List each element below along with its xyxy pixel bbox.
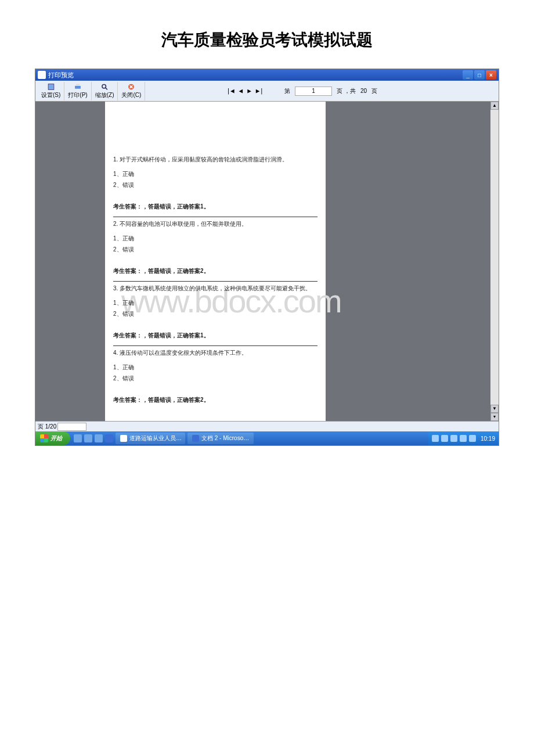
option: 2、错误 xyxy=(113,181,317,189)
app-icon xyxy=(120,435,127,442)
tray-icon[interactable] xyxy=(460,435,467,442)
windows-logo-icon xyxy=(40,434,48,442)
svg-rect-0 xyxy=(48,84,54,89)
scroll-up-button[interactable]: ▲ xyxy=(490,102,499,110)
setup-button[interactable]: 设置(S) xyxy=(38,82,64,100)
question-block: 1. 对于开式蜗杆传动，应采用黏度较高的齿轮油或润滑脂进行润滑。 1、正确 2、… xyxy=(113,155,317,217)
scroll-down-button[interactable]: ▼ xyxy=(490,405,499,413)
quicklaunch-icon[interactable] xyxy=(105,434,113,442)
clock: 10:19 xyxy=(481,435,495,442)
close-preview-button[interactable]: 关闭(C) xyxy=(118,82,145,100)
toolbar: 设置(S) 打印(P) 缩放(Z) 关闭(C) |◀ ◀ ▶ ▶| 第 页 ，共… xyxy=(35,81,499,102)
first-page-button[interactable]: |◀ xyxy=(226,87,234,95)
quicklaunch-icon[interactable] xyxy=(95,434,103,442)
start-button[interactable]: 开始 xyxy=(35,431,70,445)
setup-icon xyxy=(47,83,55,91)
quicklaunch-icon[interactable] xyxy=(74,434,82,442)
page-label-mid: 页 ，共 xyxy=(337,87,356,95)
preview-content: www.bdocx.com 1. 对于开式蜗杆传动，应采用黏度较高的齿轮油或润滑… xyxy=(35,102,499,421)
option: 1、正确 xyxy=(113,363,317,372)
taskbar: 开始 道路运输从业人员… 文档 2 - Microso… 10:19 xyxy=(35,431,499,445)
taskbar-item[interactable]: 文档 2 - Microso… xyxy=(187,433,254,444)
tray-icon[interactable] xyxy=(441,435,448,442)
question-block: 3. 多数汽车微机系统使用独立的供电系统，这种供电系统要尽可能避免干扰。 1、正… xyxy=(113,284,317,346)
answer-line: 考生答案：，答题错误，正确答案1。 xyxy=(113,331,317,340)
svg-point-3 xyxy=(102,84,106,88)
close-button[interactable]: × xyxy=(486,70,496,80)
tray-icon[interactable] xyxy=(432,435,439,442)
document-title: 汽车质量检验员考试模拟试题 xyxy=(0,0,534,63)
zoom-icon xyxy=(100,83,109,91)
question-block: 2. 不同容量的电池可以串联使用，但不能并联使用。 1、正确 2、错误 考生答案… xyxy=(113,219,317,282)
close-icon xyxy=(127,83,135,91)
quicklaunch-icon[interactable] xyxy=(84,434,92,442)
page-navigation: |◀ ◀ ▶ ▶| 第 页 ，共 20 页 xyxy=(226,87,377,96)
tray-icon[interactable] xyxy=(469,435,476,442)
preview-page: www.bdocx.com 1. 对于开式蜗杆传动，应采用黏度较高的齿轮油或润滑… xyxy=(105,102,326,421)
zoom-button[interactable]: 缩放(Z) xyxy=(92,82,118,100)
svg-rect-2 xyxy=(76,84,80,85)
page-label-prefix: 第 xyxy=(284,87,290,95)
page-number-input[interactable] xyxy=(295,87,332,96)
option: 1、正确 xyxy=(113,234,317,243)
vertical-scrollbar[interactable]: ▲ ▼ ▾ xyxy=(490,102,499,421)
option: 2、错误 xyxy=(113,309,317,318)
system-tray: 10:19 xyxy=(428,431,499,445)
option: 1、正确 xyxy=(113,170,317,178)
gutter-right xyxy=(326,102,499,421)
print-icon xyxy=(74,83,82,91)
window-title: 打印预览 xyxy=(48,71,74,80)
page-label-suffix: 页 xyxy=(371,87,377,95)
answer-line: 考生答案：，答题错误，正确答案1。 xyxy=(113,202,317,211)
word-icon xyxy=(192,435,199,442)
print-button[interactable]: 打印(P) xyxy=(64,82,91,100)
minimize-button[interactable]: _ xyxy=(463,70,473,80)
last-page-button[interactable]: ▶| xyxy=(256,87,264,95)
total-pages: 20 xyxy=(360,88,367,94)
option: 2、错误 xyxy=(113,374,317,383)
status-input[interactable] xyxy=(57,423,86,431)
print-preview-window: 打印预览 _ □ × 设置(S) 打印(P) 缩放(Z) 关闭(C) |◀ ◀ … xyxy=(35,69,499,446)
tray-icon[interactable] xyxy=(450,435,457,442)
gutter-left xyxy=(35,102,105,421)
svg-line-4 xyxy=(106,88,107,89)
page-status: 页 1/20 xyxy=(38,423,56,431)
next-page-button[interactable]: ▶ xyxy=(247,87,251,95)
option: 1、正确 xyxy=(113,298,317,307)
scroll-down-button[interactable]: ▾ xyxy=(490,413,499,421)
maximize-button[interactable]: □ xyxy=(474,70,485,80)
option: 2、错误 xyxy=(113,245,317,254)
question-block: 4. 液压传动可以在温度变化很大的环境条件下工作。 1、正确 2、错误 考生答案… xyxy=(113,348,317,410)
answer-line: 考生答案：，答题错误，正确答案2。 xyxy=(113,267,317,275)
answer-line: 考生答案：，答题错误，正确答案2。 xyxy=(113,395,317,404)
svg-rect-1 xyxy=(75,85,81,88)
window-icon xyxy=(38,71,46,79)
titlebar: 打印预览 _ □ × xyxy=(35,69,499,81)
statusbar: 页 1/20 xyxy=(35,421,499,431)
prev-page-button[interactable]: ◀ xyxy=(239,87,243,95)
taskbar-item[interactable]: 道路运输从业人员… xyxy=(116,433,185,444)
